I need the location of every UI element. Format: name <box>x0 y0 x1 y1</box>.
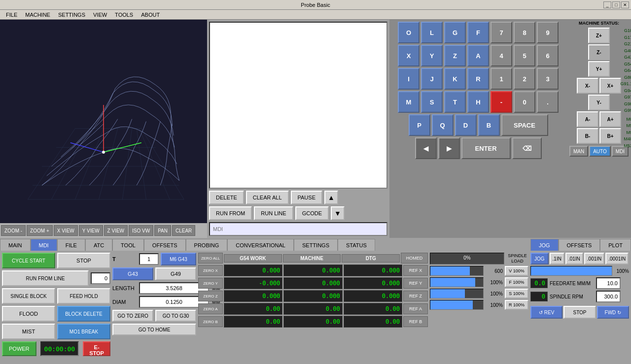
key-H[interactable]: H <box>467 91 489 113</box>
zero-z-button[interactable]: ZERO Z <box>198 291 223 301</box>
stop-button[interactable]: STOP <box>57 253 110 268</box>
menu-tools[interactable]: TOOLS <box>111 11 137 19</box>
rev-button[interactable]: ↺ REV <box>530 306 562 319</box>
key-R[interactable]: R <box>467 68 489 90</box>
key-I[interactable]: I <box>398 68 420 90</box>
key-O[interactable]: O <box>398 22 420 43</box>
maximize-button[interactable]: □ <box>612 1 620 8</box>
delete-button[interactable]: DELETE <box>209 191 244 204</box>
key-enter[interactable]: ENTER <box>461 137 511 159</box>
e-stop-button[interactable]: E-STOP <box>83 341 110 356</box>
menu-view[interactable]: VIEW <box>89 11 111 19</box>
y-minus-button[interactable]: Y- <box>588 95 610 110</box>
inc-0001in-button[interactable]: .0001IN <box>605 253 629 265</box>
pan-button[interactable]: PAN <box>154 225 171 236</box>
g43-button[interactable]: G43 <box>112 267 153 280</box>
z-minus-button[interactable]: Z- <box>588 44 610 60</box>
key-Y[interactable]: Y <box>421 45 443 66</box>
mdi-input[interactable] <box>209 222 387 236</box>
clear-all-button[interactable]: CLEAR ALL <box>246 191 289 204</box>
fwd-button[interactable]: FWD ↻ <box>597 306 629 319</box>
zero-y-button[interactable]: ZERO Y <box>198 278 223 289</box>
tab-file[interactable]: FILE <box>57 239 85 251</box>
spindle-rpm-input[interactable] <box>596 291 621 302</box>
gcode-button[interactable]: GCODE <box>295 206 329 220</box>
man-mode-button[interactable]: MAN <box>569 146 588 157</box>
key-left-arrow[interactable]: ◀ <box>415 137 437 159</box>
key-Z[interactable]: Z <box>444 45 466 66</box>
key-2[interactable]: 2 <box>514 68 535 90</box>
x-view-button[interactable]: X VIEW <box>54 225 78 236</box>
key-dot[interactable]: . <box>537 91 559 113</box>
key-minus[interactable]: - <box>491 91 512 113</box>
key-8[interactable]: 8 <box>514 22 535 43</box>
x-minus-button[interactable]: X- <box>577 78 598 94</box>
feedrate-input[interactable] <box>596 277 621 289</box>
close-button[interactable]: ✕ <box>621 1 629 8</box>
key-space[interactable]: SPACE <box>501 114 548 136</box>
block-delete-button[interactable]: BLOCK DELETE <box>57 306 110 322</box>
key-9[interactable]: 9 <box>537 22 559 43</box>
zero-all-button[interactable]: ZERO ALL <box>198 253 223 264</box>
go-to-home-button[interactable]: GO TO HOME <box>112 324 196 335</box>
b-minus-button[interactable]: B- <box>577 128 598 144</box>
key-D[interactable]: D <box>455 114 477 136</box>
key-F[interactable]: F <box>467 22 489 43</box>
tab-plot[interactable]: PLOT <box>600 239 631 251</box>
key-B[interactable]: B <box>478 114 500 136</box>
m6-g43-button[interactable]: M6 G43 <box>161 253 196 265</box>
tab-main[interactable]: MAIN <box>0 239 31 251</box>
x-plus-button[interactable]: X+ <box>599 78 621 94</box>
z-view-button[interactable]: Z VIEW <box>104 225 128 236</box>
tab-tool[interactable]: TOOL <box>112 239 144 251</box>
cycle-start-button[interactable]: CYCLE START <box>2 253 55 268</box>
a-minus-button[interactable]: A- <box>577 111 598 127</box>
y-plus-button[interactable]: Y+ <box>588 61 610 77</box>
run-from-line-input[interactable] <box>91 272 110 284</box>
key-X[interactable]: X <box>398 45 420 66</box>
key-J[interactable]: J <box>421 68 443 90</box>
tab-mdi[interactable]: MDI <box>31 239 57 251</box>
y-view-button[interactable]: Y VIEW <box>79 225 103 236</box>
menu-about[interactable]: ABOUT <box>137 11 164 19</box>
mo1-break-button[interactable]: MO1 BREAK <box>57 324 110 339</box>
zoom-in-button[interactable]: ZOOM + <box>27 225 53 236</box>
go-to-g30-button[interactable]: GO TO G30 <box>155 310 196 322</box>
zero-a-button[interactable]: ZERO A <box>198 303 223 314</box>
key-K[interactable]: K <box>444 68 466 90</box>
power-button[interactable]: POWER <box>2 341 36 356</box>
stop-spindle-button[interactable]: STOP <box>563 306 596 319</box>
feed-hold-button[interactable]: FEED HOLD <box>57 288 110 304</box>
r-100-button[interactable]: R 100% <box>505 300 528 310</box>
go-to-zero-button[interactable]: GO TO ZERO <box>112 310 153 322</box>
key-1[interactable]: 1 <box>491 68 512 90</box>
key-backspace[interactable]: ⌫ <box>512 137 542 159</box>
tab-settings[interactable]: SETTINGS <box>294 239 338 251</box>
key-S[interactable]: S <box>421 91 443 113</box>
key-4[interactable]: 4 <box>491 45 512 66</box>
v-100-button[interactable]: V 100% <box>505 266 528 276</box>
single-block-button[interactable]: SINGLE BLOCK <box>2 288 55 304</box>
key-3[interactable]: 3 <box>537 68 559 90</box>
clear-view-button[interactable]: CLEAR <box>172 225 195 236</box>
key-P[interactable]: P <box>409 114 430 136</box>
inc-01in-button[interactable]: .01IN <box>565 253 583 265</box>
key-7[interactable]: 7 <box>491 22 512 43</box>
ref-z-button[interactable]: REF Z <box>403 291 428 301</box>
minimize-button[interactable]: _ <box>603 1 611 8</box>
tab-atc[interactable]: ATC <box>85 239 112 251</box>
z-plus-button[interactable]: Z+ <box>588 28 610 43</box>
auto-mode-button[interactable]: AUTO <box>589 146 611 157</box>
key-L[interactable]: L <box>421 22 443 43</box>
g49-button[interactable]: G49 <box>155 267 196 280</box>
key-G[interactable]: G <box>444 22 466 43</box>
tab-offsets[interactable]: OFFSETS <box>144 239 186 251</box>
ref-b-button[interactable]: REF B <box>403 316 428 327</box>
flood-button[interactable]: FLOOD <box>2 306 55 322</box>
key-A[interactable]: A <box>467 45 489 66</box>
inc-001in-button[interactable]: .001IN <box>584 253 604 265</box>
iso-view-button[interactable]: ISO VW <box>129 225 153 236</box>
zoom-out-button[interactable]: ZOOM - <box>1 225 26 236</box>
b-plus-button[interactable]: B+ <box>599 128 621 144</box>
run-from-button[interactable]: RUN FROM <box>209 206 252 220</box>
